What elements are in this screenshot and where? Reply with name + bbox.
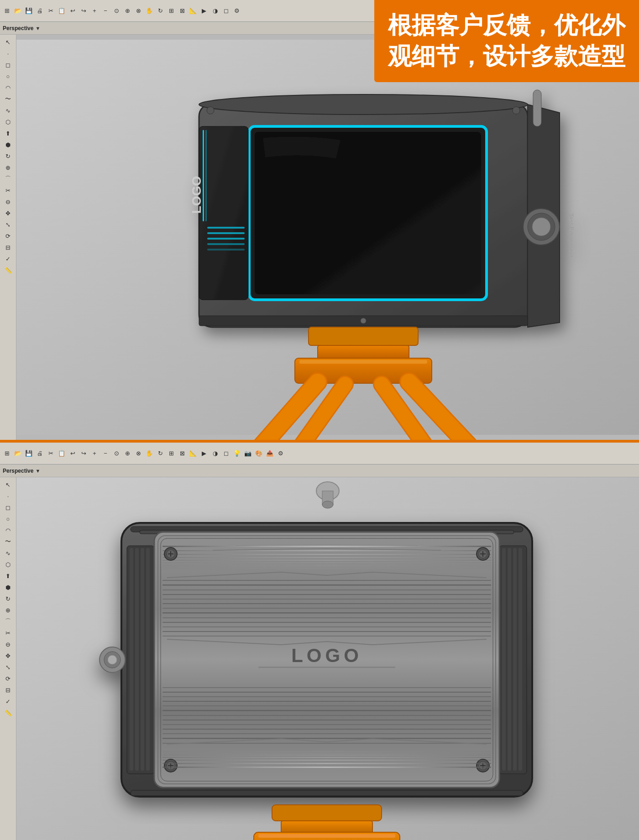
b-tool-trim[interactable]: ✂ bbox=[2, 627, 15, 638]
b-tool-revolve[interactable]: ↻ bbox=[2, 593, 15, 604]
b-tool-scale[interactable]: ⤡ bbox=[2, 662, 15, 673]
bottom-toolbar-wire[interactable]: ◻ bbox=[221, 449, 231, 459]
svg-rect-85 bbox=[162, 626, 491, 627]
tool-scale[interactable]: ⤡ bbox=[2, 219, 15, 230]
tool-move[interactable]: ✥ bbox=[2, 208, 15, 219]
toolbar-zoom-fit[interactable]: ⊙ bbox=[111, 6, 121, 16]
bottom-toolbar-pan[interactable]: ✋ bbox=[144, 449, 154, 459]
tool-revolve[interactable]: ↻ bbox=[2, 151, 15, 162]
bottom-toolbar-open[interactable]: 📂 bbox=[13, 449, 23, 459]
toolbar-grid[interactable]: ⊞ bbox=[166, 6, 176, 16]
tool-fillet[interactable]: ⌒ bbox=[2, 173, 15, 184]
toolbar-open[interactable]: 📂 bbox=[13, 6, 23, 16]
toolbar-copy[interactable]: 📋 bbox=[57, 6, 67, 16]
toolbar-cut[interactable]: ✂ bbox=[46, 6, 56, 16]
bottom-toolbar-render[interactable]: ▶ bbox=[199, 449, 209, 459]
bottom-toolbar-snap[interactable]: ⊠ bbox=[177, 449, 187, 459]
bottom-toolbar-save[interactable]: 💾 bbox=[24, 449, 34, 459]
b-tool-poly[interactable]: ⬡ bbox=[2, 559, 15, 570]
b-tool-mirror[interactable]: ⊟ bbox=[2, 684, 15, 695]
b-tool-extrude[interactable]: ⬆ bbox=[2, 570, 15, 581]
bottom-3d-viewport[interactable]: LOGO bbox=[16, 477, 639, 840]
tool-extrude[interactable]: ⬆ bbox=[2, 128, 15, 139]
bottom-toolbar-zoom-win[interactable]: ⊗ bbox=[133, 449, 143, 459]
svg-rect-43 bbox=[502, 548, 506, 771]
bottom-toolbar-settings[interactable]: ⚙ bbox=[276, 449, 286, 459]
tool-curve[interactable]: ∿ bbox=[2, 105, 15, 116]
toolbar-zoom-window[interactable]: ⊗ bbox=[133, 6, 143, 16]
bottom-toolbar-zoom-all[interactable]: ⊙ bbox=[111, 449, 121, 459]
b-tool-boolean[interactable]: ⊕ bbox=[2, 605, 15, 616]
tool-select[interactable]: ↖ bbox=[2, 37, 15, 47]
bottom-toolbar-print[interactable]: 🖨 bbox=[35, 449, 45, 459]
tool-rect[interactable]: ◻ bbox=[2, 59, 15, 70]
bottom-toolbar-export[interactable]: 📤 bbox=[265, 449, 275, 459]
bottom-toolbar-paste[interactable]: 📋 bbox=[57, 449, 67, 459]
toolbar-print[interactable]: 🖨 bbox=[35, 6, 45, 16]
toolbar-shade[interactable]: ◑ bbox=[210, 6, 220, 16]
svg-point-2 bbox=[199, 94, 528, 115]
tool-loft[interactable]: ⬢ bbox=[2, 139, 15, 150]
svg-rect-93 bbox=[162, 710, 491, 711]
bottom-viewport-dropdown[interactable]: ▼ bbox=[35, 468, 40, 474]
tool-measure[interactable]: 📏 bbox=[2, 265, 15, 276]
b-tool-split[interactable]: ⊖ bbox=[2, 639, 15, 650]
b-tool-point[interactable]: · bbox=[2, 490, 15, 501]
bottom-toolbar-new[interactable]: ⊞ bbox=[2, 449, 12, 459]
toolbar-settings[interactable]: ⚙ bbox=[232, 6, 242, 16]
toolbar-redo[interactable]: ↪ bbox=[79, 6, 89, 16]
tool-arc[interactable]: ◠ bbox=[2, 82, 15, 93]
b-tool-move[interactable]: ✥ bbox=[2, 650, 15, 661]
b-tool-circle[interactable]: ○ bbox=[2, 513, 15, 524]
toolbar-render[interactable]: ▶ bbox=[199, 6, 209, 16]
bottom-toolbar-zoom-out[interactable]: − bbox=[100, 449, 110, 459]
bottom-toolbar-light[interactable]: 💡 bbox=[232, 449, 242, 459]
bottom-toolbar-undo[interactable]: ↩ bbox=[68, 449, 78, 459]
tool-mirror[interactable]: ⊟ bbox=[2, 242, 15, 253]
b-tool-nurbs[interactable]: 〜 bbox=[2, 536, 15, 547]
tool-trim[interactable]: ✂ bbox=[2, 185, 15, 196]
tool-rotate3d[interactable]: ⟳ bbox=[2, 230, 15, 241]
bottom-toolbar-zoom-sel[interactable]: ⊕ bbox=[122, 449, 132, 459]
toolbar-pan[interactable]: ✋ bbox=[144, 6, 154, 16]
toolbar-save[interactable]: 💾 bbox=[24, 6, 34, 16]
toolbar-zoom-in[interactable]: + bbox=[89, 6, 100, 16]
top-3d-viewport[interactable]: LOGO Test Equipment bbox=[16, 35, 639, 440]
toolbar-ortho[interactable]: 📐 bbox=[188, 6, 198, 16]
bottom-toolbar-zoom-in[interactable]: + bbox=[89, 449, 100, 459]
tool-poly[interactable]: ⬡ bbox=[2, 116, 15, 127]
tool-point[interactable]: · bbox=[2, 48, 15, 59]
bottom-toolbar-mat[interactable]: 🎨 bbox=[254, 449, 264, 459]
svg-rect-87 bbox=[162, 636, 491, 637]
b-tool-loft[interactable]: ⬢ bbox=[2, 582, 15, 593]
svg-rect-110 bbox=[131, 790, 523, 796]
b-tool-arc[interactable]: ◠ bbox=[2, 525, 15, 536]
tool-nurbs[interactable]: 〜 bbox=[2, 94, 15, 104]
bottom-toolbar-grid[interactable]: ⊞ bbox=[166, 449, 176, 459]
tool-split[interactable]: ⊖ bbox=[2, 196, 15, 207]
toolbar-zoom-out[interactable]: − bbox=[100, 6, 110, 16]
b-tool-select[interactable]: ↖ bbox=[2, 479, 15, 490]
bottom-toolbar-cut[interactable]: ✂ bbox=[46, 449, 56, 459]
toolbar-snap[interactable]: ⊠ bbox=[177, 6, 187, 16]
tool-boolean[interactable]: ⊕ bbox=[2, 162, 15, 173]
toolbar-undo[interactable]: ↩ bbox=[68, 6, 78, 16]
b-tool-fillet[interactable]: ⌒ bbox=[2, 616, 15, 627]
b-tool-curve[interactable]: ∿ bbox=[2, 548, 15, 558]
toolbar-rotate[interactable]: ↻ bbox=[155, 6, 165, 16]
toolbar-wire[interactable]: ◻ bbox=[221, 6, 231, 16]
tool-check[interactable]: ✓ bbox=[2, 253, 15, 264]
b-tool-check[interactable]: ✓ bbox=[2, 696, 15, 707]
bottom-toolbar-shade[interactable]: ◑ bbox=[210, 449, 220, 459]
bottom-toolbar-cam[interactable]: 📷 bbox=[243, 449, 253, 459]
b-tool-rect[interactable]: ◻ bbox=[2, 502, 15, 513]
bottom-toolbar-rotate[interactable]: ↻ bbox=[155, 449, 165, 459]
bottom-toolbar-redo[interactable]: ↪ bbox=[79, 449, 89, 459]
toolbar-zoom-selected[interactable]: ⊕ bbox=[122, 6, 132, 16]
b-tool-measure[interactable]: 📏 bbox=[2, 707, 15, 718]
b-tool-rotate3d[interactable]: ⟳ bbox=[2, 673, 15, 684]
bottom-toolbar-ortho[interactable]: 📐 bbox=[188, 449, 198, 459]
top-viewport-dropdown[interactable]: ▼ bbox=[35, 26, 40, 31]
tool-circle[interactable]: ○ bbox=[2, 71, 15, 82]
toolbar-new[interactable]: ⊞ bbox=[2, 6, 12, 16]
